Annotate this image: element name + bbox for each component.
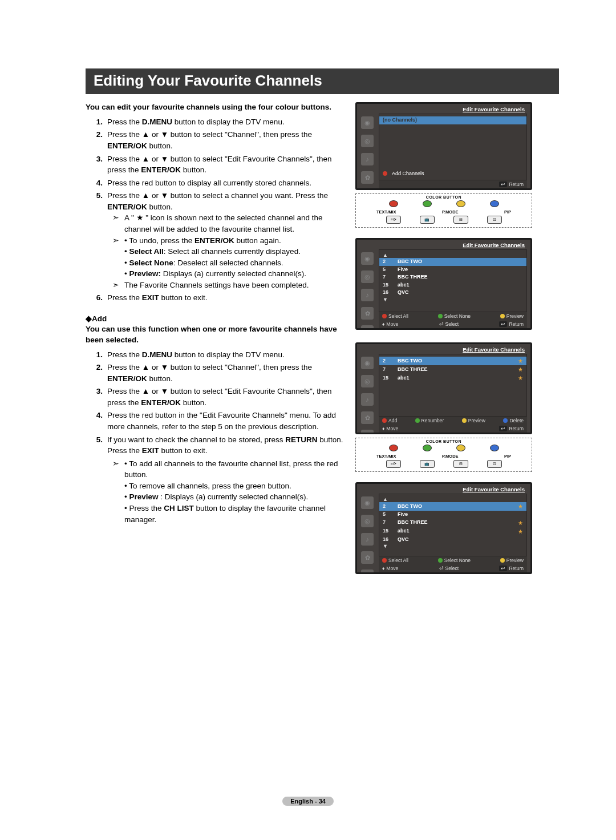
step-5: Press the ▲ or ▼ button to select a chan… bbox=[107, 190, 345, 290]
page-number: English - 34 bbox=[282, 797, 334, 806]
remote-diagram-2: COLOR BUTTON TEXT/MIXP.MODEPIP ≡⟳📺⊟⊡ bbox=[355, 438, 532, 472]
step-1: Press the D.MENU button to display the D… bbox=[107, 116, 345, 128]
osd-screenshot-4: ◉◎♪✿◀ Edit Favourite Channels ▲ 2BBC TWO… bbox=[355, 482, 532, 574]
add-section-heading: ◆Add bbox=[86, 314, 345, 323]
note-icon: ➣ bbox=[107, 212, 124, 235]
instructions-column: You can edit your favourite channels usi… bbox=[86, 102, 345, 578]
manual-page: Editing Your Favourite Channels You can … bbox=[0, 0, 616, 840]
page-title: Editing Your Favourite Channels bbox=[86, 68, 559, 94]
note-icon: ➣ bbox=[107, 235, 124, 280]
add-intro: You can use this function when one or mo… bbox=[86, 324, 345, 346]
remote-diagram-1: COLOR BUTTON TEXT/MIXP.MODEPIP ≡⟳📺⊟⊡ bbox=[355, 193, 532, 228]
osd-screenshot-2: ◉◎♪✿◀ Edit Favourite Channels ▲ 2BBC TWO… bbox=[355, 238, 532, 330]
steps-list-1: 1.Press the D.MENU button to display the… bbox=[86, 116, 345, 304]
osd-screenshot-3: ◉◎♪✿◀ Edit Favourite Channels 2BBC TWO★ … bbox=[355, 342, 532, 434]
intro-text: You can edit your favourite channels usi… bbox=[86, 102, 345, 113]
step-4: Press the red button to display all curr… bbox=[107, 177, 345, 189]
page-footer: English - 34 bbox=[0, 797, 616, 806]
step-6: Press the EXIT button to exit. bbox=[107, 292, 345, 304]
step-2: Press the ▲ or ▼ button to select "Chann… bbox=[107, 129, 345, 151]
osd-screenshot-1: ◉◎♪✿◀ Edit Favourite Channels (no Channe… bbox=[355, 102, 532, 190]
note-icon: ➣ bbox=[107, 458, 124, 525]
steps-list-2: 1.Press the D.MENU button to display the… bbox=[86, 349, 345, 525]
note-icon: ➣ bbox=[107, 280, 124, 291]
step-3: Press the ▲ or ▼ button to select "Edit … bbox=[107, 154, 345, 176]
screenshots-column: ◉◎♪✿◀ Edit Favourite Channels (no Channe… bbox=[355, 102, 538, 578]
